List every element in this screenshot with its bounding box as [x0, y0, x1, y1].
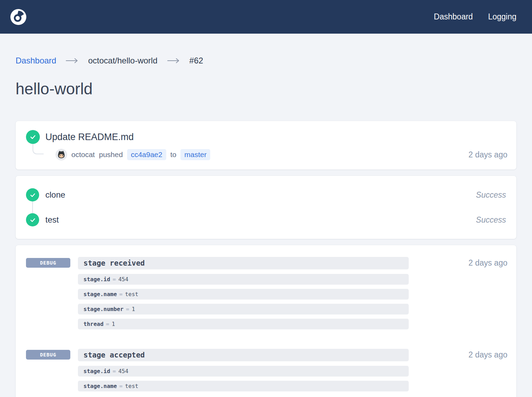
stage-row-clone[interactable]: clone Success	[26, 188, 506, 201]
nav-dashboard-link[interactable]: Dashboard	[434, 12, 473, 21]
breadcrumb-repo[interactable]: octocat/hello-world	[88, 56, 157, 66]
top-navbar: Dashboard Logging	[0, 0, 532, 34]
log-field: stage.id=454	[78, 366, 409, 377]
commit-message: Update README.md	[45, 132, 134, 143]
log-fields: stage.id=454 stage.name=test stage.numbe…	[78, 274, 409, 329]
author-avatar	[55, 149, 67, 161]
breadcrumb-build-number: #62	[189, 56, 203, 66]
build-timestamp: 2 days ago	[468, 150, 507, 159]
drone-logo-icon[interactable]	[10, 9, 26, 25]
log-level-badge: DEBUG	[26, 350, 70, 360]
nav-logging-link[interactable]: Logging	[488, 12, 516, 21]
stage-connector-line	[32, 201, 33, 213]
stage-success-check-icon	[26, 188, 39, 201]
page-title: hello-world	[16, 79, 516, 98]
log-field: stage.number=1	[78, 304, 409, 314]
stage-name: test	[45, 215, 59, 225]
to-text: to	[170, 150, 177, 159]
navbar-links: Dashboard Logging	[434, 12, 516, 21]
branch-badge[interactable]: master	[180, 149, 210, 160]
log-timestamp: 2 days ago	[468, 258, 507, 268]
commit-sha-badge[interactable]: cc4a9ae2	[127, 149, 166, 160]
log-field: stage.name=test	[78, 289, 409, 300]
stages-card: clone Success test Success	[16, 176, 516, 239]
log-timestamp: 2 days ago	[468, 350, 507, 360]
author-name: octocat	[71, 150, 95, 159]
action-text: pushed	[99, 150, 123, 159]
log-fields: stage.id=454 stage.name=test	[78, 366, 409, 391]
stage-name: clone	[45, 190, 65, 200]
arrow-right-icon	[66, 58, 78, 63]
stage-status: Success	[476, 215, 506, 225]
breadcrumb: Dashboard octocat/hello-world #62	[16, 56, 516, 66]
log-field: stage.name=test	[78, 381, 409, 391]
stage-status: Success	[476, 190, 506, 200]
log-field: thread=1	[78, 319, 409, 329]
log-entry: DEBUG stage received 2 days ago stage.id…	[26, 257, 507, 329]
build-success-check-icon	[26, 130, 40, 144]
page-content: Dashboard octocat/hello-world #62 hello-…	[0, 56, 532, 397]
breadcrumb-dashboard-link[interactable]: Dashboard	[16, 56, 56, 66]
logs-card: DEBUG stage received 2 days ago stage.id…	[16, 245, 516, 397]
log-message: stage accepted	[78, 349, 409, 361]
arrow-right-icon	[167, 58, 180, 63]
stage-row-test[interactable]: test Success	[26, 213, 506, 226]
log-entry: DEBUG stage accepted 2 days ago stage.id…	[26, 349, 507, 391]
log-field: stage.id=454	[78, 274, 409, 285]
build-card: Update README.md octocat pushed cc4a9ae2…	[16, 121, 516, 170]
commit-connector-line	[33, 144, 44, 154]
stage-success-check-icon	[26, 213, 39, 226]
log-message: stage received	[78, 257, 409, 269]
log-level-badge: DEBUG	[26, 258, 70, 268]
